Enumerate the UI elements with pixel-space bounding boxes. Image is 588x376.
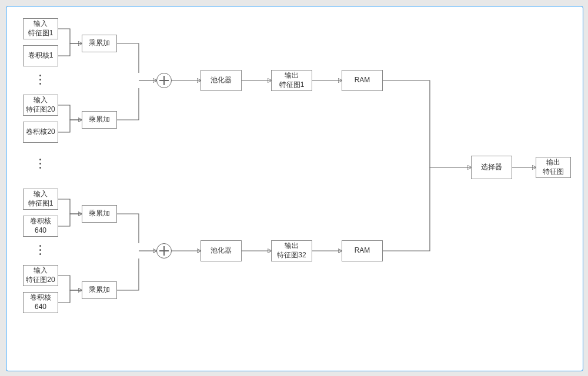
conv-kernel-box: 卷积核20	[23, 122, 58, 143]
input-featuremap-box: 输入特征图20	[23, 265, 58, 286]
sum-node	[156, 73, 172, 88]
vertical-ellipsis	[37, 156, 43, 171]
conv-kernel-box: 卷积核640	[23, 216, 58, 237]
ram-box: RAM	[342, 70, 383, 91]
selector-box: 选择器	[471, 156, 512, 179]
input-featuremap-box: 输入特征图20	[23, 95, 58, 116]
final-output-box: 输出特征图	[536, 157, 571, 178]
connections	[6, 6, 583, 371]
output-feature-box: 输出特征图32	[271, 240, 312, 261]
mac-box: 乘累加	[82, 111, 117, 129]
vertical-ellipsis	[37, 72, 43, 87]
mac-box: 乘累加	[82, 205, 117, 223]
pooling-box: 池化器	[201, 70, 242, 91]
mac-box: 乘累加	[82, 35, 117, 52]
output-feature-box: 输出特征图1	[271, 70, 312, 91]
ram-box: RAM	[342, 240, 383, 261]
pooling-box: 池化器	[201, 240, 242, 261]
vertical-ellipsis	[37, 243, 43, 257]
conv-kernel-box: 卷积核640	[23, 292, 58, 313]
input-featuremap-box: 输入特征图1	[23, 18, 58, 39]
input-featuremap-box: 输入特征图1	[23, 189, 58, 210]
sum-node	[156, 243, 172, 258]
mac-box: 乘累加	[82, 281, 117, 299]
conv-kernel-box: 卷积核1	[23, 45, 58, 66]
